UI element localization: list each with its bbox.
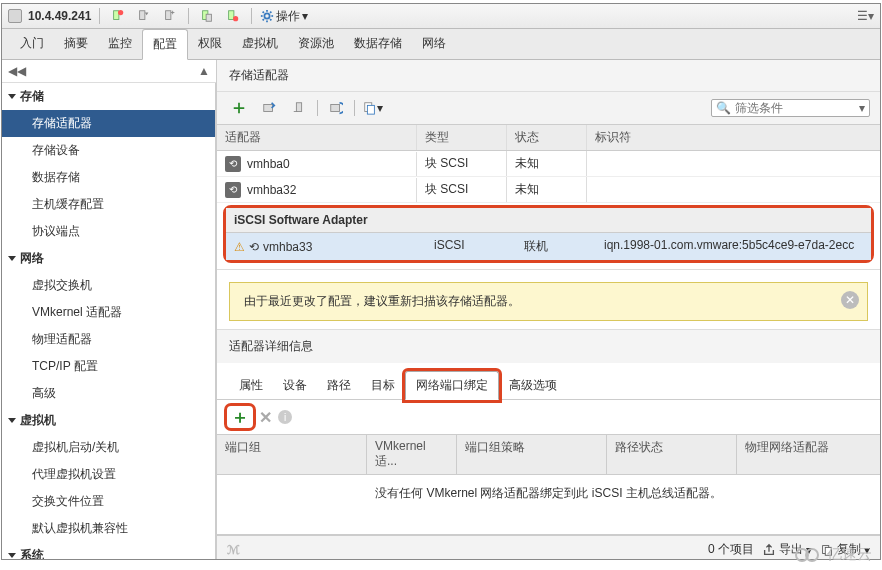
item-count-label: 0 个项目 <box>708 541 754 558</box>
dtab-targets[interactable]: 目标 <box>361 372 405 399</box>
col-header-adapter[interactable]: 适配器 <box>217 125 417 150</box>
table-row[interactable]: ⟲vmhba0 块 SCSI 未知 <box>217 151 880 177</box>
svg-rect-17 <box>264 105 273 112</box>
sidebar-item-agent-vm[interactable]: 代理虚拟机设置 <box>2 461 215 488</box>
host-icon <box>8 9 22 23</box>
svg-point-8 <box>265 13 270 18</box>
dtab-devices[interactable]: 设备 <box>273 372 317 399</box>
sidebar-item-vswitch[interactable]: 虚拟交换机 <box>2 272 215 299</box>
col-header-status[interactable]: 状态 <box>507 125 587 150</box>
filter-dropdown-icon[interactable]: ▾ <box>859 101 865 115</box>
bcol-vmk[interactable]: VMkernel 适... <box>367 435 457 474</box>
sidebar-item-advanced[interactable]: 高级 <box>2 380 215 407</box>
sidebar-group-vm[interactable]: 虚拟机 <box>2 407 215 434</box>
overflow-icon[interactable]: ☰▾ <box>857 9 874 23</box>
sidebar-group-system[interactable]: 系统 <box>2 542 215 559</box>
col-header-type[interactable]: 类型 <box>417 125 507 150</box>
sidebar-back-icon[interactable]: ◀◀ <box>8 64 26 78</box>
svg-line-14 <box>270 19 271 20</box>
tab-networks[interactable]: 网络 <box>412 29 456 59</box>
sidebar-item-tcpip[interactable]: TCP/IP 配置 <box>2 353 215 380</box>
adapter-grid-header: 适配器 类型 状态 标识符 <box>217 125 880 151</box>
toolbar-action-2-icon[interactable] <box>134 7 154 25</box>
toolbar-action-1-icon[interactable] <box>108 7 128 25</box>
sidebar-item-default-compat[interactable]: 默认虚拟机兼容性 <box>2 515 215 542</box>
bcol-policy[interactable]: 端口组策略 <box>457 435 607 474</box>
info-icon[interactable]: i <box>278 410 292 424</box>
resize-handle[interactable] <box>217 269 880 270</box>
tab-monitor[interactable]: 监控 <box>98 29 142 59</box>
tab-resource-pools[interactable]: 资源池 <box>288 29 344 59</box>
sidebar: ◀◀ ▲ 存储 存储适配器 存储设备 数据存储 主机缓存配置 协议端点 网络 虚… <box>2 60 217 559</box>
svg-line-15 <box>263 19 264 20</box>
svg-line-13 <box>263 12 264 13</box>
sidebar-item-host-cache[interactable]: 主机缓存配置 <box>2 191 215 218</box>
sidebar-group-networking[interactable]: 网络 <box>2 245 215 272</box>
adapter-icon: ⟲ <box>225 156 241 172</box>
sidebar-item-vm-startup[interactable]: 虚拟机启动/关机 <box>2 434 215 461</box>
svg-point-1 <box>118 10 123 15</box>
iscsi-adapter-row[interactable]: ⚠ ⟲ vmhba33 iSCSI 联机 iqn.1998-01.com.vmw… <box>226 233 871 260</box>
host-ip: 10.4.49.241 <box>28 9 91 23</box>
chevron-down-icon: ▾ <box>302 9 308 23</box>
notice-box: 由于最近更改了配置，建议重新扫描该存储适配器。 ✕ <box>229 282 868 321</box>
sidebar-scroll-icon[interactable]: ▲ <box>198 64 210 78</box>
tab-summary[interactable]: 摘要 <box>54 29 98 59</box>
svg-line-16 <box>270 12 271 13</box>
sidebar-item-protocol-endpoints[interactable]: 协议端点 <box>2 218 215 245</box>
title-bar: 10.4.49.241 操作 ▾ ☰▾ <box>2 4 880 29</box>
sidebar-item-datastores[interactable]: 数据存储 <box>2 164 215 191</box>
tab-datastores[interactable]: 数据存储 <box>344 29 412 59</box>
svg-rect-5 <box>207 14 212 21</box>
iscsi-section-header: iSCSI Software Adapter <box>226 208 871 233</box>
search-icon: 🔍 <box>716 101 731 115</box>
sidebar-item-swap[interactable]: 交换文件位置 <box>2 488 215 515</box>
rescan-all-icon[interactable] <box>324 98 348 118</box>
extra-action-icon[interactable]: ▾ <box>361 98 385 118</box>
actions-menu[interactable]: 操作 ▾ <box>260 8 308 25</box>
add-binding-button[interactable]: ＋ <box>227 406 253 428</box>
sidebar-item-vmkernel[interactable]: VMkernel 适配器 <box>2 299 215 326</box>
adapter-toolbar: ▾ 🔍 ▾ <box>217 92 880 125</box>
dtab-advanced[interactable]: 高级选项 <box>499 372 567 399</box>
sidebar-item-physical-adapters[interactable]: 物理适配器 <box>2 326 215 353</box>
sidebar-item-storage-devices[interactable]: 存储设备 <box>2 137 215 164</box>
bcol-port-group[interactable]: 端口组 <box>217 435 367 474</box>
search-footer-icon[interactable]: ℳ <box>227 543 239 557</box>
svg-point-7 <box>233 16 238 21</box>
rescan-adapter-icon[interactable] <box>287 98 311 118</box>
col-header-id[interactable]: 标识符 <box>587 125 880 150</box>
toolbar-action-3-icon[interactable] <box>160 7 180 25</box>
watermark: 亿速云 <box>795 545 872 564</box>
tab-vms[interactable]: 虚拟机 <box>232 29 288 59</box>
adapter-icon: ⟲ <box>249 240 259 254</box>
add-adapter-icon[interactable] <box>227 98 251 118</box>
warning-icon: ⚠ <box>234 240 245 254</box>
close-notice-icon[interactable]: ✕ <box>841 291 859 309</box>
iscsi-section-highlight: iSCSI Software Adapter ⚠ ⟲ vmhba33 iSCSI… <box>223 205 874 263</box>
dtab-paths[interactable]: 路径 <box>317 372 361 399</box>
tab-getting-started[interactable]: 入门 <box>10 29 54 59</box>
detail-title: 适配器详细信息 <box>217 329 880 363</box>
refresh-adapter-icon[interactable] <box>257 98 281 118</box>
bcol-phys[interactable]: 物理网络适配器 <box>737 435 880 474</box>
dtab-port-binding[interactable]: 网络端口绑定 <box>405 371 499 400</box>
toolbar-action-4-icon[interactable] <box>197 7 217 25</box>
svg-rect-21 <box>367 105 374 114</box>
svg-rect-18 <box>296 103 301 112</box>
bind-grid-header: 端口组 VMkernel 适... 端口组策略 路径状态 物理网络适配器 <box>217 434 880 475</box>
bcol-path[interactable]: 路径状态 <box>607 435 737 474</box>
svg-rect-19 <box>331 105 340 112</box>
tab-configure[interactable]: 配置 <box>142 29 188 60</box>
notice-text: 由于最近更改了配置，建议重新扫描该存储适配器。 <box>244 294 520 308</box>
toolbar-action-5-icon[interactable] <box>223 7 243 25</box>
filter-input[interactable] <box>735 101 855 115</box>
section-title: 存储适配器 <box>217 60 880 92</box>
remove-binding-button[interactable]: ✕ <box>259 408 272 427</box>
tab-permissions[interactable]: 权限 <box>188 29 232 59</box>
actions-label: 操作 <box>276 8 300 25</box>
table-row[interactable]: ⟲vmhba32 块 SCSI 未知 <box>217 177 880 203</box>
dtab-properties[interactable]: 属性 <box>229 372 273 399</box>
sidebar-item-storage-adapters[interactable]: 存储适配器 <box>2 110 215 137</box>
sidebar-group-storage[interactable]: 存储 <box>2 83 215 110</box>
